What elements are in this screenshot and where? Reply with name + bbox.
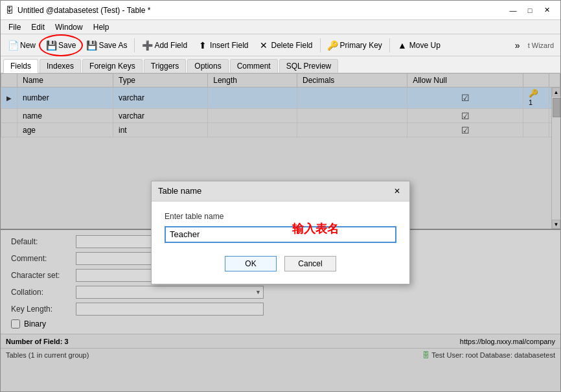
wizard-label: t Wizard <box>524 41 558 49</box>
dialog-cancel-button[interactable]: Cancel <box>284 256 336 271</box>
add-field-label: Add Field <box>154 41 187 50</box>
tab-fields[interactable]: Fields <box>3 59 38 73</box>
app-icon: 🗄 <box>6 6 14 15</box>
title-bar: 🗄 Untitled @databasetest (Test) - Table … <box>1 1 560 20</box>
tab-triggers[interactable]: Triggers <box>144 59 187 73</box>
dialog-close-button[interactable]: ✕ <box>391 185 403 197</box>
toolbar-separator-3 <box>389 38 390 52</box>
tab-foreign-keys[interactable]: Foreign Keys <box>82 59 143 73</box>
menu-file[interactable]: File <box>3 21 26 33</box>
close-button[interactable]: ✕ <box>538 4 555 17</box>
minimize-button[interactable]: — <box>505 4 521 17</box>
move-up-label: Move Up <box>409 41 441 50</box>
dialog-title: Table name <box>158 186 201 196</box>
save-as-icon: 💾 <box>86 40 97 51</box>
delete-field-label: Delete Field <box>271 41 312 50</box>
tab-bar: Fields Indexes Foreign Keys Triggers Opt… <box>1 56 560 73</box>
tab-sql-preview[interactable]: SQL Preview <box>279 59 339 73</box>
tab-comment[interactable]: Comment <box>230 59 278 73</box>
title-bar-controls: — □ ✕ <box>505 4 555 17</box>
dialog-label: Enter table name <box>165 212 396 221</box>
save-button[interactable]: 💾 Save <box>41 37 80 54</box>
tab-options[interactable]: Options <box>187 59 228 73</box>
move-up-icon: ▲ <box>397 40 407 51</box>
primary-key-label: Primary Key <box>340 41 382 50</box>
menu-window[interactable]: Window <box>50 21 88 33</box>
save-as-label: Save As <box>98 41 127 50</box>
content-wrapper: Name Type Length Decimals Allow Null ▶ n… <box>1 73 560 391</box>
table-name-dialog: Table name ✕ Enter table name OK Cancel <box>151 181 410 284</box>
new-button[interactable]: 📄 New <box>3 37 40 54</box>
primary-key-button[interactable]: 🔑 Primary Key <box>323 37 387 54</box>
dialog-buttons: OK Cancel <box>165 256 396 271</box>
insert-field-button[interactable]: ⬆ Insert Field <box>193 37 253 54</box>
delete-field-button[interactable]: ✕ Delete Field <box>254 37 317 54</box>
window-title: Untitled @databasetest (Test) - Table * <box>17 6 150 15</box>
app-window: 🗄 Untitled @databasetest (Test) - Table … <box>0 0 561 392</box>
title-bar-left: 🗄 Untitled @databasetest (Test) - Table … <box>6 6 150 15</box>
dialog-overlay: 输入表名 Table name ✕ Enter table name OK Ca… <box>1 73 560 391</box>
toolbar-separator-2 <box>320 38 321 52</box>
new-label: New <box>20 41 36 50</box>
dialog-input-row <box>165 226 396 243</box>
tab-indexes[interactable]: Indexes <box>40 59 81 73</box>
save-icon: 💾 <box>46 40 56 51</box>
new-icon: 📄 <box>8 40 18 51</box>
dialog-title-bar: Table name ✕ <box>152 181 409 202</box>
primary-key-icon: 🔑 <box>328 40 338 51</box>
menu-bar: File Edit Window Help <box>1 20 560 34</box>
dialog-body: Enter table name OK Cancel <box>152 202 409 282</box>
save-button-wrapper: 💾 Save <box>41 37 80 54</box>
toolbar: 📄 New 💾 Save 💾 Save As ➕ Add Field ⬆ Ins… <box>1 34 560 56</box>
more-button[interactable]: » <box>512 40 523 51</box>
add-field-button[interactable]: ➕ Add Field <box>137 37 192 54</box>
menu-help[interactable]: Help <box>88 21 115 33</box>
menu-edit[interactable]: Edit <box>26 21 50 33</box>
save-as-button[interactable]: 💾 Save As <box>82 37 132 54</box>
toolbar-separator-1 <box>134 38 135 52</box>
dialog-ok-button[interactable]: OK <box>225 256 277 271</box>
add-field-icon: ➕ <box>142 40 152 51</box>
delete-field-icon: ✕ <box>258 40 269 51</box>
table-name-input[interactable] <box>165 226 396 243</box>
insert-field-icon: ⬆ <box>198 40 208 51</box>
maximize-button[interactable]: □ <box>521 4 538 17</box>
insert-field-label: Insert Field <box>210 41 248 50</box>
move-up-button[interactable]: ▲ Move Up <box>393 37 445 54</box>
save-label: Save <box>58 41 76 50</box>
